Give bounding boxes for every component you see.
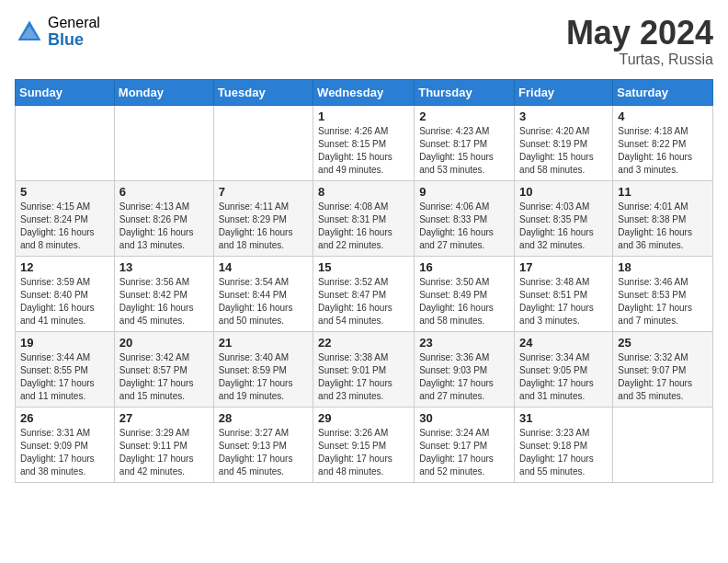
calendar-cell [114, 105, 213, 180]
day-number: 13 [119, 260, 209, 274]
day-number: 9 [419, 185, 509, 199]
weekday-header: Monday [114, 79, 213, 105]
day-info: Sunrise: 4:03 AM Sunset: 8:35 PM Dayligh… [519, 201, 608, 252]
day-info: Sunrise: 3:38 AM Sunset: 9:01 PM Dayligh… [318, 351, 409, 403]
weekday-header: Tuesday [213, 79, 313, 105]
calendar-cell: 13Sunrise: 3:56 AM Sunset: 8:42 PM Dayli… [114, 256, 213, 331]
day-info: Sunrise: 4:08 AM Sunset: 8:31 PM Dayligh… [318, 201, 409, 252]
day-info: Sunrise: 3:46 AM Sunset: 8:53 PM Dayligh… [618, 276, 708, 327]
day-info: Sunrise: 4:15 AM Sunset: 8:24 PM Dayligh… [20, 201, 109, 252]
location: Turtas, Russia [566, 52, 713, 68]
day-info: Sunrise: 3:52 AM Sunset: 8:47 PM Dayligh… [318, 276, 409, 327]
calendar-cell: 9Sunrise: 4:06 AM Sunset: 8:33 PM Daylig… [415, 180, 515, 256]
calendar-cell: 17Sunrise: 3:48 AM Sunset: 8:51 PM Dayli… [515, 256, 613, 331]
day-number: 2 [419, 109, 509, 123]
day-info: Sunrise: 4:01 AM Sunset: 8:38 PM Dayligh… [618, 201, 708, 252]
calendar-cell: 18Sunrise: 3:46 AM Sunset: 8:53 PM Dayli… [613, 256, 713, 331]
month-year: May 2024 [566, 15, 713, 52]
logo-text: General Blue [48, 15, 100, 49]
calendar-cell: 29Sunrise: 3:26 AM Sunset: 9:15 PM Dayli… [313, 407, 415, 482]
day-info: Sunrise: 3:24 AM Sunset: 9:17 PM Dayligh… [419, 427, 509, 478]
day-info: Sunrise: 3:54 AM Sunset: 8:44 PM Dayligh… [219, 276, 308, 327]
day-number: 30 [419, 411, 509, 425]
title-block: May 2024 Turtas, Russia [566, 15, 713, 68]
day-info: Sunrise: 3:29 AM Sunset: 9:11 PM Dayligh… [119, 427, 209, 478]
day-info: Sunrise: 4:26 AM Sunset: 8:15 PM Dayligh… [318, 125, 409, 177]
calendar-cell: 7Sunrise: 4:11 AM Sunset: 8:29 PM Daylig… [213, 180, 313, 256]
calendar-cell: 15Sunrise: 3:52 AM Sunset: 8:47 PM Dayli… [313, 256, 415, 331]
day-info: Sunrise: 3:40 AM Sunset: 8:59 PM Dayligh… [219, 351, 308, 403]
calendar-table: SundayMondayTuesdayWednesdayThursdayFrid… [15, 79, 713, 483]
day-info: Sunrise: 3:26 AM Sunset: 9:15 PM Dayligh… [318, 427, 409, 478]
calendar-cell: 8Sunrise: 4:08 AM Sunset: 8:31 PM Daylig… [313, 180, 415, 256]
day-number: 26 [20, 411, 109, 425]
calendar-cell: 24Sunrise: 3:34 AM Sunset: 9:05 PM Dayli… [515, 331, 613, 407]
calendar-cell: 4Sunrise: 4:18 AM Sunset: 8:22 PM Daylig… [613, 105, 713, 180]
day-number: 28 [219, 411, 308, 425]
calendar-cell: 3Sunrise: 4:20 AM Sunset: 8:19 PM Daylig… [515, 105, 613, 180]
day-number: 1 [318, 109, 409, 123]
calendar-cell: 5Sunrise: 4:15 AM Sunset: 8:24 PM Daylig… [16, 180, 115, 256]
calendar-cell: 31Sunrise: 3:23 AM Sunset: 9:18 PM Dayli… [515, 407, 613, 482]
logo-blue: Blue [48, 31, 100, 50]
day-number: 31 [519, 411, 608, 425]
calendar-week-row: 26Sunrise: 3:31 AM Sunset: 9:09 PM Dayli… [16, 407, 713, 482]
calendar-cell: 1Sunrise: 4:26 AM Sunset: 8:15 PM Daylig… [313, 105, 415, 180]
day-number: 16 [419, 260, 509, 274]
day-number: 3 [519, 109, 608, 123]
logo-icon [15, 17, 44, 47]
day-number: 6 [119, 185, 209, 199]
calendar-week-row: 12Sunrise: 3:59 AM Sunset: 8:40 PM Dayli… [16, 256, 713, 331]
day-info: Sunrise: 4:06 AM Sunset: 8:33 PM Dayligh… [419, 201, 509, 252]
day-number: 25 [618, 336, 708, 350]
day-info: Sunrise: 3:34 AM Sunset: 9:05 PM Dayligh… [519, 351, 608, 403]
day-info: Sunrise: 3:27 AM Sunset: 9:13 PM Dayligh… [219, 427, 308, 478]
day-number: 24 [519, 336, 608, 350]
calendar-week-row: 5Sunrise: 4:15 AM Sunset: 8:24 PM Daylig… [16, 180, 713, 256]
day-info: Sunrise: 3:36 AM Sunset: 9:03 PM Dayligh… [419, 351, 509, 403]
day-number: 29 [318, 411, 409, 425]
day-info: Sunrise: 3:48 AM Sunset: 8:51 PM Dayligh… [519, 276, 608, 327]
day-info: Sunrise: 4:13 AM Sunset: 8:26 PM Dayligh… [119, 201, 209, 252]
day-number: 5 [20, 185, 109, 199]
weekday-header: Wednesday [313, 79, 415, 105]
calendar-cell: 22Sunrise: 3:38 AM Sunset: 9:01 PM Dayli… [313, 331, 415, 407]
calendar-cell: 23Sunrise: 3:36 AM Sunset: 9:03 PM Dayli… [415, 331, 515, 407]
calendar-cell: 2Sunrise: 4:23 AM Sunset: 8:17 PM Daylig… [415, 105, 515, 180]
day-info: Sunrise: 3:31 AM Sunset: 9:09 PM Dayligh… [20, 427, 109, 478]
calendar-cell: 28Sunrise: 3:27 AM Sunset: 9:13 PM Dayli… [213, 407, 313, 482]
day-info: Sunrise: 4:18 AM Sunset: 8:22 PM Dayligh… [618, 125, 708, 177]
page-header: General Blue May 2024 Turtas, Russia [15, 15, 713, 68]
calendar-cell: 6Sunrise: 4:13 AM Sunset: 8:26 PM Daylig… [114, 180, 213, 256]
calendar-cell: 20Sunrise: 3:42 AM Sunset: 8:57 PM Dayli… [114, 331, 213, 407]
day-number: 20 [119, 336, 209, 350]
calendar-cell: 14Sunrise: 3:54 AM Sunset: 8:44 PM Dayli… [213, 256, 313, 331]
calendar-cell: 30Sunrise: 3:24 AM Sunset: 9:17 PM Dayli… [415, 407, 515, 482]
day-info: Sunrise: 3:44 AM Sunset: 8:55 PM Dayligh… [20, 351, 109, 403]
calendar-cell: 21Sunrise: 3:40 AM Sunset: 8:59 PM Dayli… [213, 331, 313, 407]
day-number: 4 [618, 109, 708, 123]
day-number: 17 [519, 260, 608, 274]
day-info: Sunrise: 3:59 AM Sunset: 8:40 PM Dayligh… [20, 276, 109, 327]
day-info: Sunrise: 3:23 AM Sunset: 9:18 PM Dayligh… [519, 427, 608, 478]
day-info: Sunrise: 4:20 AM Sunset: 8:19 PM Dayligh… [519, 125, 608, 177]
calendar-cell [213, 105, 313, 180]
day-info: Sunrise: 3:56 AM Sunset: 8:42 PM Dayligh… [119, 276, 209, 327]
calendar-cell [16, 105, 115, 180]
calendar-cell: 12Sunrise: 3:59 AM Sunset: 8:40 PM Dayli… [16, 256, 115, 331]
calendar-week-row: 1Sunrise: 4:26 AM Sunset: 8:15 PM Daylig… [16, 105, 713, 180]
day-info: Sunrise: 3:50 AM Sunset: 8:49 PM Dayligh… [419, 276, 509, 327]
day-number: 8 [318, 185, 409, 199]
calendar-cell: 26Sunrise: 3:31 AM Sunset: 9:09 PM Dayli… [16, 407, 115, 482]
day-number: 12 [20, 260, 109, 274]
day-info: Sunrise: 4:11 AM Sunset: 8:29 PM Dayligh… [219, 201, 308, 252]
day-info: Sunrise: 4:23 AM Sunset: 8:17 PM Dayligh… [419, 125, 509, 177]
day-number: 19 [20, 336, 109, 350]
weekday-header: Thursday [415, 79, 515, 105]
calendar-cell [613, 407, 713, 482]
calendar-week-row: 19Sunrise: 3:44 AM Sunset: 8:55 PM Dayli… [16, 331, 713, 407]
day-number: 22 [318, 336, 409, 350]
calendar-cell: 19Sunrise: 3:44 AM Sunset: 8:55 PM Dayli… [16, 331, 115, 407]
day-number: 14 [219, 260, 308, 274]
calendar-cell: 10Sunrise: 4:03 AM Sunset: 8:35 PM Dayli… [515, 180, 613, 256]
